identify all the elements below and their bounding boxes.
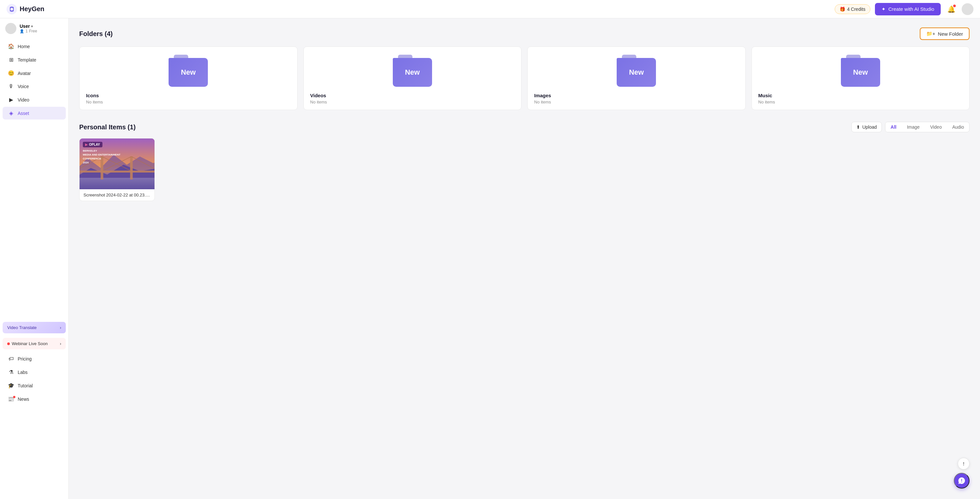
logo-text: HeyGen [20,5,45,13]
item-thumbnail: ▶OPLAY BERKELEYMEDIA AND ENTERTAINMENTCO… [80,139,154,189]
thumbnail-text: BERKELEYMEDIA AND ENTERTAINMENTCONFERENC… [83,149,151,165]
chat-support-button[interactable] [954,473,969,488]
folder-name-music: Music [759,92,963,98]
filter-tab-all[interactable]: All [885,122,902,132]
sidebar-item-avatar[interactable]: 😊 Avatar [3,67,66,80]
home-icon: 🏠 [8,43,14,49]
chevron-right-icon: › [60,325,61,330]
tutorial-icon: 🎓 [8,383,14,389]
upload-button[interactable]: ⬆ Upload [851,122,881,132]
video-icon: ▶ [8,97,14,103]
item-card-screenshot[interactable]: ▶OPLAY BERKELEYMEDIA AND ENTERTAINMENTCO… [79,138,155,201]
folder-card-icons[interactable]: New Icons No items [79,46,298,110]
notifications-button[interactable]: 🔔 [945,3,957,15]
bottom-nav: 🏷 Pricing ⚗ Labs 🎓 Tutorial 📰 News [0,351,68,494]
svg-rect-12 [80,171,154,172]
main-nav: 🏠 Home ⊞ Template 😊 Avatar 🎙 Voice ▶ Vid… [0,37,68,181]
live-dot [7,343,10,345]
personal-items-header: Personal Items (1) ⬆ Upload All Image Vi… [79,122,969,132]
labs-icon: ⚗ [8,369,14,375]
webinar-promo[interactable]: Webinar Live Soon › [3,338,66,349]
sidebar-item-asset[interactable]: ◈ Asset [3,107,66,120]
folder-icon-music: New [759,55,963,88]
folder-visual: New [841,55,880,88]
folder-icon-icons: New [86,55,291,88]
user-name: User ▾ [20,24,37,29]
folder-visual: New [393,55,432,88]
voice-icon: 🎙 [8,83,14,89]
notification-dot [953,5,956,7]
folder-body: New [393,58,432,87]
sidebar-item-news[interactable]: 📰 News [3,392,66,405]
sidebar-item-home[interactable]: 🏠 Home [3,40,66,53]
oplay-logo: ▶OPLAY [83,142,102,147]
chevron-down-icon: ▾ [31,25,33,28]
app-body: User ▾ 👤 1 Free 🏠 Home ⊞ Template 😊 [0,18,980,499]
folder-icon-videos: New [310,55,515,88]
personal-items-grid: ▶OPLAY BERKELEYMEDIA AND ENTERTAINMENTCO… [79,138,969,201]
wand-icon: ✦ [881,6,886,12]
heygen-logo-icon [6,4,17,14]
folder-card-music[interactable]: New Music No items [751,46,970,110]
folder-name-icons: Icons [86,92,291,98]
sidebar-item-labs[interactable]: ⚗ Labs [3,366,66,378]
avatar-icon: 😊 [8,70,14,76]
main-content: Folders (4) 📁+ New Folder New Icons [69,18,980,499]
gift-icon: 🎁 [840,6,845,12]
news-dot [13,396,15,398]
folder-visual: New [617,55,656,88]
folder-card-images[interactable]: New Images No items [527,46,746,110]
sidebar-item-template[interactable]: ⊞ Template [3,53,66,66]
folders-grid: New Icons No items New Video [79,46,969,110]
header-actions: 🎁 4 Credits ✦ Create with AI Studio 🔔 [835,3,974,15]
user-section[interactable]: User ▾ 👤 1 Free [0,18,68,37]
app-header: HeyGen 🎁 4 Credits ✦ Create with AI Stud… [0,0,980,18]
item-name: Screenshot 2024-02-22 at 00.23.00.p... [83,193,151,198]
folder-visual: New [169,55,208,88]
folder-count-videos: No items [310,100,515,104]
sidebar-item-video[interactable]: ▶ Video [3,93,66,106]
folder-plus-icon: 📁+ [926,31,935,37]
webinar-label: Webinar Live Soon [12,341,48,346]
template-icon: ⊞ [8,57,14,63]
folder-count-icons: No items [86,100,291,104]
arrow-up-icon: ↑ [963,460,965,467]
folder-body: New [841,58,880,87]
sidebar-item-voice[interactable]: 🎙 Voice [3,80,66,92]
thumbnail-bg: ▶OPLAY BERKELEYMEDIA AND ENTERTAINMENTCO… [80,139,154,189]
back-to-top-button[interactable]: ↑ [958,458,969,470]
logo: HeyGen [6,4,45,14]
folder-count-music: No items [759,100,963,104]
folder-name-videos: Videos [310,92,515,98]
filter-group: ⬆ Upload All Image Video Audio [851,122,969,132]
credits-button[interactable]: 🎁 4 Credits [835,4,870,14]
folder-name-images: Images [534,92,739,98]
video-translate-promo[interactable]: Video Translate › [3,322,66,335]
new-folder-button[interactable]: 📁+ New Folder [920,27,969,40]
folder-count-images: No items [534,100,739,104]
create-with-ai-studio-button[interactable]: ✦ Create with AI Studio [875,3,941,15]
filter-tab-video[interactable]: Video [925,122,947,132]
sidebar-item-tutorial[interactable]: 🎓 Tutorial [3,379,66,392]
folders-section-header: Folders (4) 📁+ New Folder [79,27,969,40]
svg-point-1 [11,8,13,11]
credits-label: 4 Credits [847,6,865,12]
sidebar: User ▾ 👤 1 Free 🏠 Home ⊞ Template 😊 [0,18,69,499]
sidebar-item-pricing[interactable]: 🏷 Pricing [3,352,66,365]
filter-tab-audio[interactable]: Audio [947,122,969,132]
folder-card-videos[interactable]: New Videos No items [304,46,522,110]
filter-tab-image[interactable]: Image [902,122,925,132]
item-info: Screenshot 2024-02-22 at 00.23.00.p... [80,189,154,201]
folders-title: Folders (4) [79,30,113,38]
folder-icon-images: New [534,55,739,88]
folder-body: New [617,58,656,87]
video-translate-label: Video Translate [7,325,37,330]
chat-icon [958,477,966,485]
user-avatar[interactable] [962,3,974,15]
folder-body: New [169,58,208,87]
sidebar-user-avatar [5,23,16,34]
floating-buttons: ↑ [954,458,969,488]
personal-items-title: Personal Items (1) [79,123,135,131]
chevron-right-icon: › [60,341,61,346]
filter-tabs: All Image Video Audio [885,122,969,132]
